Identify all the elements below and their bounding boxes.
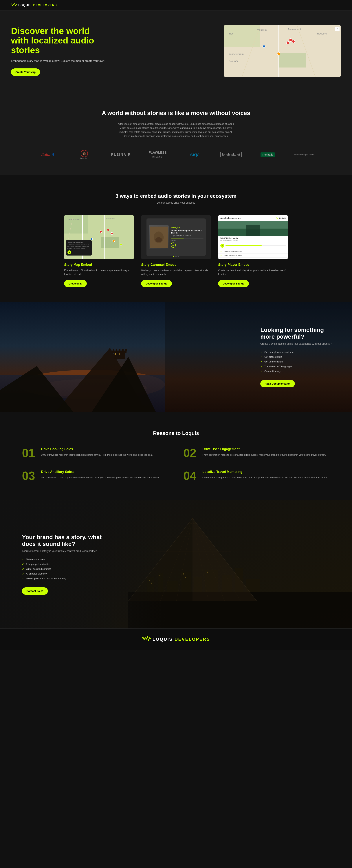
logo-sky: sky (180, 149, 209, 160)
slow-food-circle-icon: 🐌 (81, 150, 88, 157)
brand-feature-text-4: AI enabled workflow (26, 572, 47, 575)
feature-item-2: ✓ Get place details (260, 355, 334, 359)
player-content: WONDERS - Liguria Personalizza il tuo It… (218, 221, 288, 259)
hero-section: Discover the world with localized audio … (0, 11, 352, 91)
footer: LOQUIS DEVELOPERS (0, 628, 352, 650)
svg-point-34 (113, 240, 115, 242)
carousel-dot-1[interactable] (173, 256, 174, 257)
player-list-item-3: ► Cragli: Le carte si rifiutò (218, 257, 288, 259)
svg-rect-24 (101, 237, 119, 248)
reasons-title: Reasons to Loquis (22, 430, 330, 436)
logo-loquis-text: LOQUIS (18, 4, 32, 7)
logo-trenitalia: Trenitalia (253, 149, 282, 160)
feature-item-1: ✓ Get best places around you (260, 351, 334, 354)
player-list-item-1: ► Un Fiorentino e io siamo nati (218, 249, 288, 253)
svg-point-32 (107, 229, 109, 231)
hero-map: MONTI ESQUILINO Tuscolano Nord MUNICIPIO… (224, 25, 341, 77)
ways-subtitle: Let our stories drive your success (11, 201, 341, 204)
carousel-play-button[interactable]: ▶ (171, 243, 176, 248)
logo-plein-air: PLEINAIR (106, 149, 136, 160)
feature-text-4: Translation in 7 languages (264, 365, 292, 368)
feature-text-5: Create itinerary (264, 370, 281, 373)
carousel-dot-4[interactable] (178, 256, 179, 257)
reasons-grid: 01 Drive Booking Sales 90% of travelers … (22, 447, 330, 482)
brand-title: Your brand has a story, what does it sou… (22, 534, 103, 547)
svg-rect-1 (224, 25, 260, 47)
reason-title-1: Drive Booking Sales (41, 447, 153, 451)
world-section: A world without stories is like a movie … (0, 91, 352, 175)
svg-text:SAN SABA: SAN SABA (229, 60, 238, 62)
story-player-image: Ascolta le esperienze LOQUIS (218, 215, 288, 259)
svg-point-19 (289, 38, 292, 41)
logo-autostrade: autostrade per l'Italia (290, 149, 319, 160)
svg-point-42 (156, 237, 162, 242)
player-progress-outer (225, 245, 286, 246)
carousel-museum-name: Museo Archeologico Nazionale e dintorni (171, 229, 203, 234)
svg-rect-58 (125, 349, 127, 351)
svg-point-18 (292, 40, 295, 43)
reason-title-3: Drive Ancillary Sales (41, 470, 160, 474)
svg-text:ESQUILINO: ESQUILINO (257, 29, 267, 31)
player-place-name: WONDERS - Liguria (220, 237, 286, 239)
hero-title: Discover the world with localized audio … (11, 26, 106, 55)
svg-point-17 (286, 41, 289, 44)
navbar: LOQUIS DEVELOPERS (0, 0, 352, 11)
ways-section: 3 ways to embed audio stories in your ec… (0, 175, 352, 302)
popup-play-icon[interactable]: ▶ (67, 250, 71, 254)
player-play-button[interactable]: ▶ (220, 244, 224, 248)
svg-text:Tuscolano Nord: Tuscolano Nord (288, 28, 301, 30)
svg-rect-2 (279, 53, 306, 67)
reason-content-2: Drive User Engagement From destination m… (202, 447, 326, 457)
svg-text:CASALBERTONE: CASALBERTONE (68, 218, 80, 220)
contact-sales-button[interactable]: Contact Sales (22, 587, 48, 595)
player-progress-inner (225, 245, 262, 246)
player-controls: ▶ (218, 243, 288, 249)
footer-loquis-text: LOQUIS (153, 637, 173, 642)
carousel-time: 0:11:41 (171, 240, 203, 241)
way-card-map: CASALBERTONE Garbatella QUADRARO The Ben… (64, 215, 134, 287)
powerful-section: Looking for something more powerful? Cre… (0, 302, 352, 412)
svg-rect-56 (119, 349, 121, 351)
check-icon-3: ✓ (260, 360, 262, 363)
carousel-inner: LOQUIS Museo Archeologico Nazionale e di… (147, 218, 206, 256)
carousel-embed-visual: LOQUIS Museo Archeologico Nazionale e di… (141, 215, 211, 259)
carousel-location: Le guide di DOYE, Toscana (171, 235, 203, 237)
story-map-desc: Embed a map of localized audio content a… (64, 269, 134, 276)
reason-desc-2: From destination maps to personalized au… (202, 453, 326, 457)
developer-signup-button-player[interactable]: Developer Signup (218, 280, 249, 287)
ways-title: 3 ways to embed audio stories in your ec… (11, 193, 341, 199)
create-map-button-ways[interactable]: Create Map (64, 280, 87, 287)
feature-item-5: ✓ Create itinerary (260, 370, 334, 373)
brand-section: Your brand has a story, what does it sou… (0, 500, 352, 628)
player-playlist: ► Un Fiorentino e io siamo nati ► Lascit… (218, 249, 288, 259)
read-documentation-button[interactable]: Read Documentation (260, 380, 295, 388)
create-map-button[interactable]: Create Your Map (11, 68, 40, 76)
footer-developers-text: DEVELOPERS (174, 637, 210, 642)
way-card-carousel: LOQUIS Museo Archeologico Nazionale e di… (141, 215, 211, 287)
carousel-dot-3[interactable] (177, 256, 178, 257)
svg-point-35 (91, 238, 93, 240)
player-place-sub: Personalizza il tuo Itinerario (220, 239, 286, 241)
reason-number-3: 03 (22, 470, 37, 482)
footer-logo: LOQUIS DEVELOPERS (142, 636, 210, 643)
feature-item-4: ✓ Translation in 7 languages (260, 365, 334, 368)
logo: LOQUIS DEVELOPERS (11, 3, 57, 7)
developer-signup-button-carousel[interactable]: Developer Signup (141, 280, 172, 287)
logo-developers-text: DEVELOPERS (33, 4, 57, 7)
world-title: A world without stories is like a movie … (11, 110, 341, 117)
popup-title: The Benedictine garden (67, 242, 90, 243)
brand-feature-text-1: Native voice talent (26, 558, 45, 561)
brand-feature-2: ✓ 7 language localization (22, 563, 103, 566)
svg-text:MONTI: MONTI (229, 33, 235, 35)
ways-grid: CASALBERTONE Garbatella QUADRARO The Ben… (11, 215, 341, 287)
logo-flawless: FLAWLESSMILANO (143, 149, 172, 160)
svg-rect-54 (113, 349, 114, 351)
feature-item-3: ✓ Get audio stream (260, 360, 334, 363)
carousel-dot-2[interactable] (174, 256, 175, 257)
carousel-dots (173, 256, 179, 257)
carousel-info: LOQUIS Museo Archeologico Nazionale e di… (171, 227, 203, 248)
player-header-logo: LOQUIS (276, 217, 286, 219)
map-expand-icon[interactable]: ⤢ (335, 27, 340, 31)
svg-rect-57 (122, 349, 124, 351)
reason-item-3: 03 Drive Ancillary Sales You can't make … (22, 470, 169, 482)
